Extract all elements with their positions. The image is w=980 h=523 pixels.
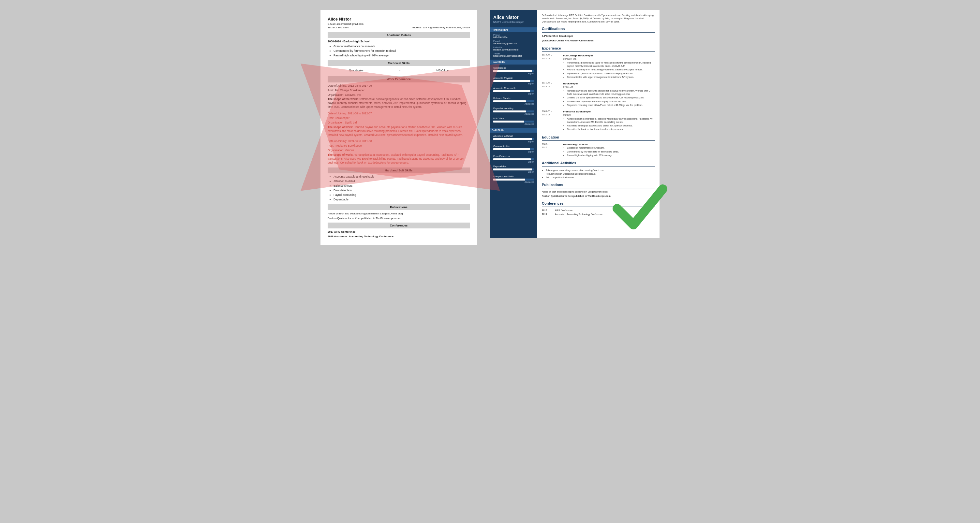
job-entry-2: 2011-08 - 2012-07 Bookkeeper Sysill, Ltd… [542,82,655,107]
left-academic-bullets: Great at mathematics coursework Commende… [328,45,470,58]
skill-bar-bg [493,148,534,150]
job-info-1: Full Charge Bookkeeper Coraveo, Inc. Per… [563,54,655,79]
cert-item-2: Quickbooks Online Pro Advisor Certificat… [542,39,655,43]
job-info-3: Freelance Bookkeeper Various As receptio… [563,110,655,132]
list-item: Facilitated setting up accounts and payr… [567,124,655,127]
left-contact-row: Tel: 843-860-3894 Address: 134 Rightward… [328,26,470,29]
skill-balance-sheets: Balance Sheets Advanced [493,97,534,105]
job-company-2: Sysill, Ltd. [563,85,655,89]
email-label: E-mail [493,40,534,42]
job-header-2: 2011-08 - 2012-07 Bookkeeper Sysill, Ltd… [542,82,655,107]
job-post: Bookkeeper [335,116,350,119]
list-item: Commended by four teachers for attention… [334,49,470,53]
left-resume: Alice Nistor E-Mail: alicefnistor@gmail.… [320,10,477,245]
skill-quickbooks: Quickbooks [349,69,363,73]
scope-label: The scope of the work: [328,97,358,101]
date-label: Date of Joining: [328,140,347,143]
skill-ms-office: MS Office Advanced [493,117,534,125]
list-item: Avid competition trail runner. [546,176,655,179]
cert-item-1: AIPB Certified Bookkeeper [542,35,655,38]
list-item: Take regular accounting classes at Accou… [546,169,655,172]
pub-item-right-1: Article on tech and bookkeeping publishe… [542,190,655,194]
conf-item-2: 2016 Accountex: Accounting Technology Co… [328,235,470,238]
list-item: Payroll accounting [334,193,470,197]
post-label: Post: [328,116,334,119]
job-post: Freelance Bookkeeper [335,144,363,147]
job-header-3: 2009-06 - 2011-08 Freelance Bookkeeper V… [542,110,655,132]
right-candidate-name: Alice Nistor [493,15,534,20]
pub-section-title: Publications [542,183,655,188]
left-skills-list: Accounts payable and receivable Attentio… [328,175,470,201]
cert-section-title: Certifications [542,26,655,32]
conf-year-1: 2017 [542,209,550,212]
org-label: Organization: [328,93,344,97]
post-label: Post: [328,89,334,92]
skill-interpersonal: Interpersonal Skills Advanced [493,175,534,183]
skill-error-detection: Error Detection Expert [493,155,534,163]
right-main-content: Self-motivated, full-charge AIPB Certifi… [537,10,660,238]
list-item: Commended by four teachers for attention… [567,150,619,154]
right-summary: Self-motivated, full-charge AIPB Certifi… [542,14,655,23]
job-post: Full Charge Bookkeeper [335,89,365,92]
twitter-label: Twitter [493,52,534,55]
job-dates-1: 2012-08 - 2017-09 [542,54,560,79]
left-resume-wrapper: Alice Nistor E-Mail: alicefnistor@gmail.… [320,10,477,245]
list-item: Dependable [334,198,470,202]
job-block-2: Date of Joining: 2011-08 to 2012-07 Post… [328,112,470,137]
list-item: Found a recurring error in tax filing pr… [567,68,655,72]
conf-name-1: AIPB Conference [555,209,573,212]
conf-name-2: Accountex: Accounting Technology Confere… [555,213,603,216]
skill-dependable: Dependable Expert [493,165,534,173]
linkedin-label: LinkedIn [493,46,534,49]
additional-bullets: Take regular accounting classes at Accou… [542,169,655,179]
job-dates-3: 2009-06 - 2011-08 [542,110,560,132]
list-item: Balance sheets [334,184,470,188]
list-item: Attention to detail [334,180,470,183]
skill-communication: Communication Expert [493,145,534,153]
phone-value: 843-860-3894 [493,36,534,38]
job-company-1: Coraveo, Inc. [563,57,655,60]
list-item: Excelled at mathematics coursework. [567,146,619,149]
list-item: Consulted for book on tax deductions for… [567,128,655,131]
pub-item-right-2: Post on Quickbooks vs Xero published in … [542,194,655,198]
job-org: Sysill, Ltd. [345,121,358,124]
sidebar-soft-skills-header: Soft Skills [490,128,537,133]
edu-entry-1: 2006 - 2010 Barlow High School Excelled … [542,143,655,157]
edu-info-1: Barlow High School Excelled at mathemati… [563,143,619,157]
list-item: Implemented Quickbooks system to cut rec… [567,72,655,75]
job-org: Coraveo, Inc. [345,93,361,97]
conf-row-2: 2016 Accountex: Accounting Technology Co… [542,213,655,216]
conf-row-1: 2017 AIPB Conference [542,209,655,212]
skill-bar-bg [493,90,534,92]
email-value: alicefnistor@gmail.com [493,42,534,45]
linkedin-value: linkedin.com/in/alicenistor [493,49,534,51]
right-candidate-title: NACPB Licensed Bookkeeper [493,21,534,24]
job-dates: 2009-06 to 2011-08 [348,140,372,143]
left-conf-title: Conferences [328,223,470,229]
list-item: Stopped a recurring issue with A/P and h… [567,103,655,107]
left-email: E-Mail: alicefnistor@gmail.com [328,22,470,26]
list-item: Passed high school typing with 99% avera… [567,154,619,157]
job-info-2: Bookkeeper Sysill, Ltd. Handled payroll … [563,82,655,107]
edu-header-1: 2006 - 2010 Barlow High School Excelled … [542,143,655,157]
job-org: Various [345,149,354,152]
conf-item-1: 2017 AIPB Conference [328,230,470,234]
left-academic-school: 2006-2010 - Barlow High School [328,40,470,44]
skill-bar-bg [493,178,534,181]
list-item: Installed new payroll system that cut pa… [567,100,655,103]
job-dates: 2012-08 to 2017-09 [348,84,372,87]
left-address: Address: 134 Rightward Way Portland, ME,… [412,26,470,29]
bullet-icon: • [399,69,400,73]
job-title-2: Bookkeeper [563,82,655,85]
list-item: As receptionist at Interescent, assisted… [567,117,655,124]
job-block-3: Date of Joining: 2009-06 to 2011-08 Post… [328,140,470,165]
skill-bar-bg [493,138,534,140]
skill-quickbooks: Quickbooks Expert [493,67,534,75]
date-label: Date of Joining: [328,112,347,115]
exp-section-title: Experience [542,46,655,52]
left-technical-title: Technical Skills [328,60,470,67]
left-header: Alice Nistor E-Mail: alicefnistor@gmail.… [328,16,470,30]
edu-section-title: Education [542,135,655,141]
skill-payroll-accounting: Payroll Accounting Advanced [493,107,534,115]
org-label: Organization: [328,121,344,124]
